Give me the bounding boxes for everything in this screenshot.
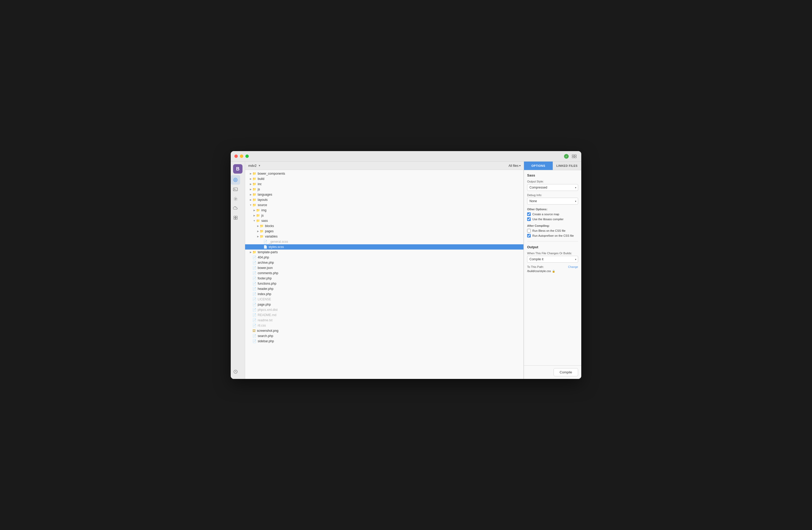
tree-item[interactable]: ▼ 📁 sass [245, 218, 523, 223]
tree-item-selected[interactable]: 📄 styles.scss [245, 244, 523, 250]
tree-item[interactable]: 📄 page.php [245, 302, 523, 307]
tree-item[interactable]: 📄 404.php [245, 255, 523, 260]
svg-rect-12 [236, 218, 237, 220]
libsass-row: Use the libsass compiler [527, 217, 578, 221]
tree-item[interactable]: ▶ 📁 pages [245, 228, 523, 234]
autoprefixer-label: Run Autoprefixer on the CSS file [532, 234, 574, 237]
tree-item[interactable]: 📄 readme.txt [245, 318, 523, 323]
file-tree: ▶ 📁 bower_components ▶ 📁 build ▶ 📁 inc [245, 170, 524, 379]
after-compiling-title: After Compiling: [527, 224, 578, 227]
tree-item[interactable]: ▶ 📁 build [245, 176, 523, 181]
tree-item[interactable]: ▶ 📁 blocks [245, 223, 523, 228]
source-map-checkbox[interactable] [527, 212, 531, 216]
svg-point-5 [235, 179, 236, 181]
autoprefixer-checkbox[interactable] [527, 234, 531, 237]
nav-settings[interactable] [231, 194, 240, 204]
tree-item[interactable]: 📄 header.php [245, 286, 523, 291]
status-indicator [564, 154, 569, 159]
nav-files[interactable] [231, 175, 240, 185]
lock-icon: 🔒 [552, 270, 555, 273]
tree-item[interactable]: ▶ 📁 inc [245, 181, 523, 187]
change-link[interactable]: Change [568, 265, 578, 268]
titlebar-right [564, 154, 578, 159]
bless-checkbox[interactable] [527, 229, 531, 233]
tree-item[interactable]: 📄 index.php [245, 291, 523, 297]
titlebar-settings-button[interactable] [571, 154, 578, 159]
tree-item[interactable]: 📄 phpcs.xml.dist [245, 307, 523, 312]
tree-item[interactable]: ▶ 📁 template-parts [245, 250, 523, 255]
source-map-label: Create a source map [532, 213, 559, 216]
app-window: B [231, 151, 581, 379]
tree-item[interactable]: 📄 README.md [245, 312, 523, 318]
nav-terminal[interactable] [231, 185, 240, 194]
tree-item[interactable]: ▶ 📁 js [245, 213, 523, 218]
tree-item[interactable]: ▶ 📁 bower_components [245, 171, 523, 176]
maximize-button[interactable] [245, 154, 249, 158]
compile-button[interactable]: Compile [553, 368, 578, 376]
divider [527, 241, 578, 241]
sidebar: B [231, 162, 245, 379]
svg-rect-2 [572, 157, 574, 158]
tree-item[interactable]: 📄 archive.php [245, 260, 523, 265]
when-select[interactable]: Compile it Ignore Stop watching [527, 256, 578, 263]
tabs: OPTIONS LINKED FILES [524, 162, 581, 170]
source-map-row: Create a source map [527, 212, 578, 216]
tab-linked-files[interactable]: LINKED FILES [553, 162, 581, 170]
tree-item[interactable]: ▶ 📁 languages [245, 192, 523, 197]
debug-info-wrapper: None Comments Map ▾ [527, 198, 578, 205]
tree-item[interactable]: 📄 bower.json [245, 265, 523, 270]
main-content: B [231, 162, 581, 379]
after-compiling-section: After Compiling: Run Bless on the CSS fi… [527, 224, 578, 237]
tree-item[interactable]: ▶ 📁 variables [245, 234, 523, 239]
svg-point-4 [234, 178, 237, 182]
minimize-button[interactable] [240, 154, 243, 158]
tab-options[interactable]: OPTIONS [524, 162, 553, 170]
all-files-button[interactable]: All files ▾ [509, 164, 521, 168]
tree-item[interactable]: 📄 _general.scss [245, 239, 523, 244]
svg-rect-9 [234, 216, 235, 218]
path-value: /build/css/style.css 🔒 [527, 269, 578, 273]
bless-row: Run Bless on the CSS file [527, 229, 578, 233]
debug-info-label: Debug Info: [527, 194, 578, 197]
output-style-label: Output Style: [527, 180, 578, 183]
tree-item[interactable]: 📄 search.php [245, 333, 523, 338]
nav-cloud[interactable] [231, 204, 240, 213]
autoprefixer-row: Run Autoprefixer on the CSS file [527, 234, 578, 237]
svg-rect-1 [575, 155, 576, 156]
project-logo: B [233, 164, 243, 173]
output-style-select[interactable]: Nested Expanded Compact Compressed [527, 184, 578, 191]
tree-item[interactable]: 📄 rtl.css [245, 323, 523, 328]
project-header: B [231, 162, 245, 175]
svg-point-8 [235, 198, 236, 199]
output-style-wrapper: Nested Expanded Compact Compressed ▾ [527, 184, 578, 191]
bless-label: Run Bless on the CSS file [532, 229, 566, 232]
tree-item[interactable]: 🖼 screenshot.png [245, 328, 523, 333]
close-button[interactable] [234, 154, 238, 158]
debug-info-select[interactable]: None Comments Map [527, 198, 578, 205]
nav-history[interactable] [231, 367, 240, 376]
project-name: mdv2 [248, 164, 257, 168]
svg-rect-11 [234, 218, 235, 220]
project-bar: mdv2 ▾ All files ▾ [245, 162, 524, 170]
to-path-label: To This Path: [527, 265, 544, 268]
other-options-title: Other Options: [527, 208, 578, 211]
when-label: When This File Changes Or Builds: [527, 252, 578, 255]
project-chevron: ▾ [259, 164, 260, 167]
tree-item[interactable]: 📄 comments.php [245, 270, 523, 276]
tree-item[interactable]: 📄 sidebar.php [245, 338, 523, 344]
output-title: Output [527, 245, 578, 249]
tree-item[interactable]: ▶ 📁 layouts [245, 197, 523, 203]
libsass-checkbox[interactable] [527, 217, 531, 221]
right-panel: OPTIONS LINKED FILES Sass Output Style: … [524, 162, 581, 379]
nav-package[interactable] [231, 213, 240, 222]
sass-section-title: Sass [527, 173, 578, 177]
when-select-wrapper: Compile it Ignore Stop watching ▾ [527, 256, 578, 263]
svg-rect-0 [572, 155, 574, 156]
svg-rect-10 [236, 216, 237, 218]
tree-item[interactable]: ▼ 📁 source [245, 203, 523, 208]
tree-item[interactable]: 📄 LICENSE [245, 297, 523, 302]
tree-item[interactable]: ▶ 📁 js [245, 187, 523, 192]
tree-item[interactable]: ▶ 📁 img [245, 208, 523, 213]
tree-item[interactable]: 📄 footer.php [245, 276, 523, 281]
tree-item[interactable]: 📄 functions.php [245, 281, 523, 286]
